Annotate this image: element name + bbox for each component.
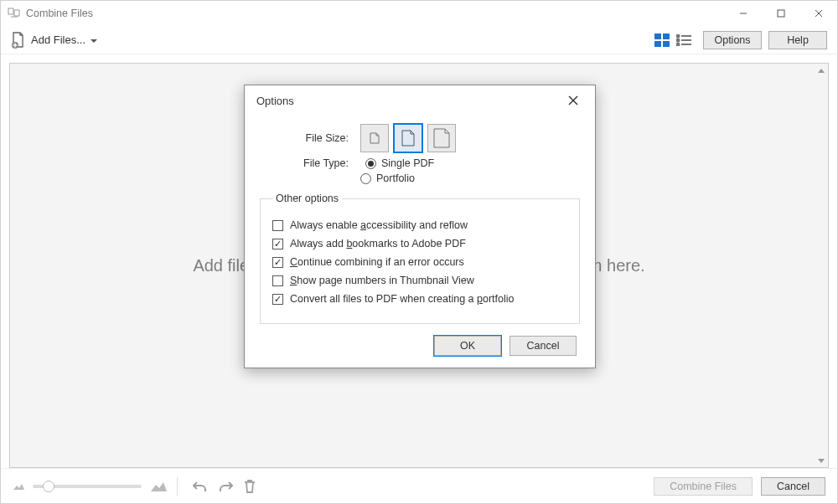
cancel-button[interactable]: Cancel: [761, 477, 825, 496]
dialog-cancel-button[interactable]: Cancel: [510, 336, 577, 356]
scroll-up-icon[interactable]: [815, 64, 828, 77]
check-continue-label: Continue combining if an error occurs: [290, 256, 464, 268]
maximize-button[interactable]: [762, 1, 799, 26]
options-dialog: Options File Size: File Type: Single PDF: [244, 85, 596, 368]
trash-icon[interactable]: [243, 479, 256, 494]
other-options-legend: Other options: [272, 193, 342, 204]
check-accessibility-label: Always enable accessibility and reflow: [290, 219, 468, 231]
check-pagenums-row[interactable]: Show page numbers in Thumbnail View: [272, 275, 567, 286]
check-pagenums[interactable]: [272, 275, 283, 286]
svg-point-13: [677, 34, 680, 37]
thumbnail-size-slider[interactable]: [33, 485, 142, 488]
check-accessibility[interactable]: [272, 220, 283, 231]
radio-single-pdf-label: Single PDF: [381, 157, 434, 169]
check-convert[interactable]: [272, 294, 283, 305]
scrollbar[interactable]: [815, 64, 828, 467]
view-toggle: [654, 33, 691, 47]
minimize-button[interactable]: [724, 1, 762, 26]
undo-icon[interactable]: [193, 480, 208, 493]
svg-rect-11: [654, 41, 661, 47]
check-bookmarks-label: Always add bookmarks to Adobe PDF: [290, 238, 466, 249]
radio-portfolio-label: Portfolio: [376, 172, 415, 184]
combine-files-button: Combine Files: [654, 477, 753, 496]
chevron-down-icon: [91, 33, 97, 46]
slider-thumb[interactable]: [43, 481, 54, 492]
check-bookmarks[interactable]: [272, 239, 283, 249]
file-size-default[interactable]: [394, 124, 422, 152]
file-size-small[interactable]: [360, 124, 389, 152]
file-size-label: File Size:: [260, 132, 360, 144]
check-convert-row[interactable]: Convert all files to PDF when creating a…: [272, 293, 567, 305]
thumb-small-icon: [13, 482, 24, 491]
file-type-portfolio-row[interactable]: Portfolio: [260, 172, 580, 184]
check-convert-label: Convert all files to PDF when creating a…: [290, 293, 515, 305]
list-view-icon[interactable]: [676, 34, 691, 46]
check-continue-row[interactable]: Continue combining if an error occurs: [272, 256, 567, 268]
svg-point-17: [677, 43, 680, 45]
scroll-down-icon[interactable]: [815, 454, 828, 467]
options-button[interactable]: Options: [703, 31, 762, 49]
thumb-large-icon: [150, 481, 167, 492]
svg-rect-0: [8, 8, 13, 14]
svg-rect-9: [654, 33, 661, 39]
dialog-close-button[interactable]: [563, 90, 583, 111]
svg-point-15: [677, 39, 680, 41]
file-size-large[interactable]: [427, 124, 456, 152]
close-button[interactable]: [799, 1, 837, 26]
window-buttons: [724, 1, 837, 26]
svg-rect-3: [778, 10, 784, 17]
file-type-single-row[interactable]: File Type: Single PDF: [260, 157, 580, 169]
window: Combine Files Add Files... Options Help: [0, 0, 838, 504]
ok-button[interactable]: OK: [434, 336, 501, 356]
separator: [177, 477, 178, 496]
add-files-button[interactable]: Add Files...: [11, 32, 97, 49]
svg-rect-10: [663, 33, 670, 39]
svg-rect-1: [14, 10, 19, 16]
dialog-buttons: OK Cancel: [260, 336, 580, 356]
help-button[interactable]: Help: [768, 31, 827, 49]
add-files-label: Add Files...: [31, 33, 85, 46]
file-type-label: File Type:: [260, 157, 360, 169]
radio-portfolio[interactable]: [360, 173, 371, 184]
svg-rect-12: [663, 41, 670, 47]
file-size-row: File Size:: [260, 124, 580, 152]
thumbnail-view-icon[interactable]: [654, 33, 670, 47]
dialog-titlebar: Options: [245, 85, 595, 116]
page-add-icon: [11, 32, 26, 49]
toolbar: Add Files... Options Help: [1, 26, 837, 54]
dialog-title: Options: [256, 95, 294, 107]
window-title: Combine Files: [26, 8, 93, 19]
radio-single-pdf[interactable]: [365, 158, 376, 169]
check-accessibility-row[interactable]: Always enable accessibility and reflow: [272, 219, 567, 231]
bottombar: Combine Files Cancel: [1, 468, 837, 503]
check-bookmarks-row[interactable]: Always add bookmarks to Adobe PDF: [272, 238, 567, 249]
other-options-group: Other options Always enable accessibilit…: [260, 193, 580, 324]
check-pagenums-label: Show page numbers in Thumbnail View: [290, 275, 474, 286]
app-icon: [8, 7, 21, 20]
redo-icon[interactable]: [218, 480, 233, 493]
check-continue[interactable]: [272, 257, 283, 268]
titlebar: Combine Files: [1, 1, 837, 26]
